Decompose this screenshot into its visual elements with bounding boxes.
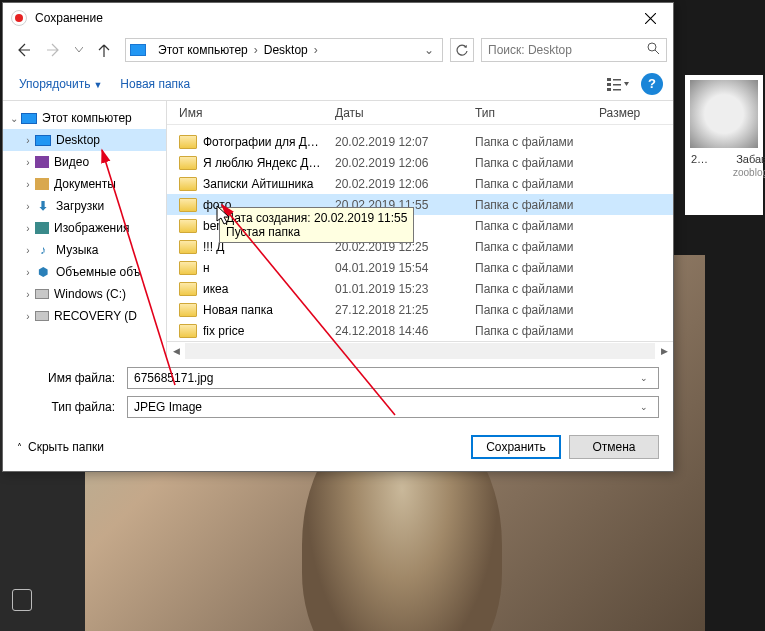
file-list: Имя Даты Тип Размер Фотографии для Д…20.… bbox=[167, 101, 673, 359]
objects3d-icon: ⬢ bbox=[35, 265, 51, 279]
scroll-track[interactable] bbox=[185, 343, 655, 359]
chevron-down-icon[interactable]: ⌄ bbox=[636, 402, 652, 412]
tooltip: Дата создания: 20.02.2019 11:55 Пустая п… bbox=[219, 207, 414, 243]
folder-icon bbox=[179, 282, 197, 296]
horizontal-scrollbar[interactable]: ◀ ▶ bbox=[167, 341, 673, 359]
expand-icon[interactable]: › bbox=[21, 157, 35, 168]
pc-icon bbox=[130, 44, 146, 56]
breadcrumb-dropdown[interactable]: ⌄ bbox=[420, 43, 438, 57]
downloads-icon: ⬇ bbox=[35, 199, 51, 213]
thumbnail-strip: 2… Забавн zooblog bbox=[685, 75, 763, 215]
save-dialog: Сохранение Этот компьютер › Desktop › ⌄ bbox=[2, 2, 674, 472]
folder-tree[interactable]: ⌄ Этот компьютер › Desktop › Видео › Док… bbox=[3, 101, 167, 359]
hide-folders-toggle[interactable]: ˄ Скрыть папки bbox=[17, 440, 104, 454]
svg-rect-2 bbox=[607, 83, 611, 86]
search-input[interactable]: Поиск: Desktop bbox=[481, 38, 667, 62]
folder-icon bbox=[179, 156, 197, 170]
list-row[interactable]: Фотографии для Д…20.02.2019 12:07Папка с… bbox=[167, 131, 673, 152]
expand-icon[interactable]: › bbox=[21, 245, 35, 256]
expand-icon[interactable]: › bbox=[21, 267, 35, 278]
chevron-down-icon[interactable]: ⌄ bbox=[636, 373, 652, 383]
filetype-select[interactable]: JPEG Image ⌄ bbox=[127, 396, 659, 418]
col-name[interactable]: Имя bbox=[179, 106, 335, 120]
footer: ˄ Скрыть папки Сохранить Отмена bbox=[3, 425, 673, 471]
tree-downloads[interactable]: › ⬇ Загрузки bbox=[3, 195, 166, 217]
music-icon: ♪ bbox=[35, 243, 51, 257]
folder-icon bbox=[179, 219, 197, 233]
col-size[interactable]: Размер bbox=[599, 106, 659, 120]
save-button[interactable]: Сохранить bbox=[471, 435, 561, 459]
tree-documents[interactable]: › Документы bbox=[3, 173, 166, 195]
tree-recovery-d[interactable]: › RECOVERY (D bbox=[3, 305, 166, 327]
fields: Имя файла: 675685171.jpg ⌄ Тип файла: JP… bbox=[3, 359, 673, 425]
yandex-icon bbox=[11, 10, 27, 26]
folder-icon bbox=[179, 324, 197, 338]
folder-icon bbox=[179, 240, 197, 254]
breadcrumb[interactable]: Этот компьютер › Desktop › ⌄ bbox=[125, 38, 443, 62]
list-row[interactable]: Новая папка27.12.2018 21:25Папка с файла… bbox=[167, 299, 673, 320]
expand-icon[interactable]: › bbox=[21, 223, 35, 234]
up-button[interactable] bbox=[90, 37, 118, 63]
scroll-left-icon[interactable]: ◀ bbox=[167, 343, 185, 359]
new-folder-button[interactable]: Новая папка bbox=[114, 73, 196, 95]
tree-desktop[interactable]: › Desktop bbox=[3, 129, 166, 151]
thumbnail-image[interactable] bbox=[690, 80, 758, 148]
pc-icon bbox=[21, 113, 37, 124]
refresh-button[interactable] bbox=[450, 38, 474, 62]
dialog-title: Сохранение bbox=[35, 11, 627, 25]
recent-button[interactable] bbox=[71, 37, 87, 63]
expand-icon[interactable]: › bbox=[21, 135, 35, 146]
expand-icon[interactable]: › bbox=[21, 201, 35, 212]
thumb-sub: zooblog bbox=[733, 167, 765, 178]
organize-menu[interactable]: Упорядочить▼ bbox=[13, 73, 108, 95]
search-placeholder: Поиск: Desktop bbox=[488, 43, 647, 57]
nav-bar: Этот компьютер › Desktop › ⌄ Поиск: Desk… bbox=[3, 33, 673, 67]
col-type[interactable]: Тип bbox=[475, 106, 599, 120]
titlebar: Сохранение bbox=[3, 3, 673, 33]
back-button[interactable] bbox=[9, 37, 37, 63]
close-button[interactable] bbox=[627, 3, 673, 33]
svg-point-0 bbox=[648, 43, 656, 51]
tree-windows-c[interactable]: › Windows (C:) bbox=[3, 283, 166, 305]
breadcrumb-seg[interactable]: Desktop bbox=[258, 43, 314, 57]
bookmark-icon[interactable] bbox=[12, 589, 32, 611]
expand-icon[interactable]: › bbox=[21, 289, 35, 300]
view-button[interactable] bbox=[601, 73, 635, 95]
disk-icon bbox=[35, 289, 49, 299]
list-row[interactable]: Я люблю Яндекс Д…20.02.2019 12:06Папка с… bbox=[167, 152, 673, 173]
svg-rect-3 bbox=[607, 88, 611, 91]
list-row[interactable]: Записки Айтишника20.02.2019 12:06Папка с… bbox=[167, 173, 673, 194]
list-row[interactable]: н04.01.2019 15:54Папка с файлами bbox=[167, 257, 673, 278]
breadcrumb-seg[interactable]: Этот компьютер bbox=[152, 43, 254, 57]
chevron-up-icon: ˄ bbox=[17, 442, 22, 453]
list-row[interactable]: fix price24.12.2018 14:46Папка с файлами bbox=[167, 320, 673, 341]
tree-3d-objects[interactable]: › ⬢ Объемные объ bbox=[3, 261, 166, 283]
collapse-icon[interactable]: ⌄ bbox=[7, 113, 21, 124]
filename-input[interactable]: 675685171.jpg ⌄ bbox=[127, 367, 659, 389]
tree-music[interactable]: › ♪ Музыка bbox=[3, 239, 166, 261]
cancel-button[interactable]: Отмена bbox=[569, 435, 659, 459]
list-row[interactable]: икеа01.01.2019 15:23Папка с файлами bbox=[167, 278, 673, 299]
toolbar: Упорядочить▼ Новая папка ? bbox=[3, 67, 673, 101]
disk-icon bbox=[35, 311, 49, 321]
expand-icon[interactable]: › bbox=[21, 311, 35, 322]
pictures-icon bbox=[35, 222, 49, 234]
scroll-right-icon[interactable]: ▶ bbox=[655, 343, 673, 359]
tree-videos[interactable]: › Видео bbox=[3, 151, 166, 173]
dialog-body: ⌄ Этот компьютер › Desktop › Видео › Док… bbox=[3, 101, 673, 359]
desktop-icon bbox=[35, 135, 51, 146]
thumb-caption: 2… bbox=[691, 153, 708, 165]
thumb-caption: Забавн bbox=[736, 153, 765, 165]
tree-pictures[interactable]: › Изображения bbox=[3, 217, 166, 239]
chevron-right-icon[interactable]: › bbox=[314, 43, 318, 57]
expand-icon[interactable]: › bbox=[21, 179, 35, 190]
col-date[interactable]: Даты bbox=[335, 106, 475, 120]
svg-rect-6 bbox=[613, 89, 621, 91]
help-button[interactable]: ? bbox=[641, 73, 663, 95]
list-header: Имя Даты Тип Размер bbox=[167, 101, 673, 125]
svg-rect-4 bbox=[613, 79, 621, 81]
tree-this-pc[interactable]: ⌄ Этот компьютер bbox=[3, 107, 166, 129]
search-icon[interactable] bbox=[647, 42, 660, 58]
folder-icon bbox=[179, 303, 197, 317]
video-icon bbox=[35, 156, 49, 168]
